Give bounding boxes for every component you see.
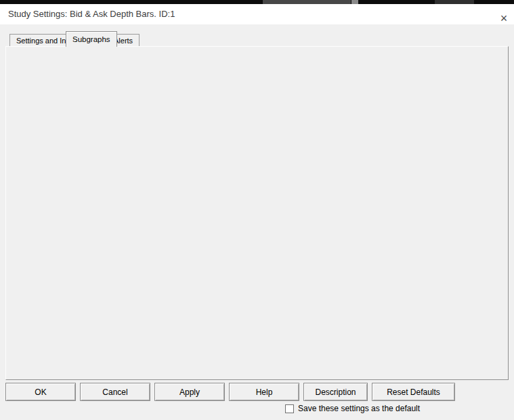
tab-label: Subgraphs [72,35,110,43]
cancel-button[interactable]: Cancel [80,383,150,401]
help-button[interactable]: Help [229,383,299,401]
tab-subgraphs[interactable]: Subgraphs [66,31,117,47]
ok-button[interactable]: OK [5,383,76,401]
apply-button[interactable]: Apply [154,383,225,401]
window-title: Study Settings: Bid & Ask Depth Bars. ID… [8,8,175,20]
reset-defaults-button[interactable]: Reset Defaults [372,383,455,401]
checkbox-icon [285,404,294,413]
checkbox-label: Save these settings as the default [298,404,420,413]
title-bar: Study Settings: Bid & Ask Depth Bars. ID… [0,4,514,24]
description-button[interactable]: Description [303,383,368,401]
close-icon[interactable]: × [494,8,514,28]
subgraphs-tab-panel [5,46,509,380]
save-default-checkbox[interactable]: Save these settings as the default [285,404,420,413]
